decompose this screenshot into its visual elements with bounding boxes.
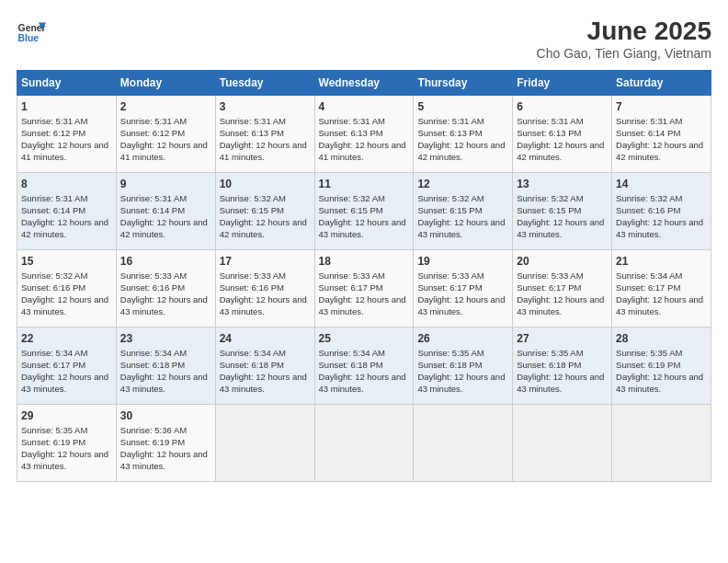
- daylight-label: Daylight: 12 hours and 43 minutes.: [21, 449, 108, 471]
- sunrise-label: Sunrise: 5:31 AM: [120, 116, 187, 126]
- day-number: 8: [21, 177, 112, 191]
- title-block: June 2025 Cho Gao, Tien Giang, Vietnam: [537, 17, 711, 61]
- sunset-label: Sunset: 6:13 PM: [220, 128, 284, 138]
- sunrise-label: Sunrise: 5:35 AM: [21, 425, 87, 435]
- daylight-label: Daylight: 12 hours and 43 minutes.: [616, 217, 703, 239]
- table-row: 17Sunrise: 5:33 AMSunset: 6:16 PMDayligh…: [215, 250, 314, 327]
- sunset-label: Sunset: 6:16 PM: [21, 282, 85, 293]
- table-row: 26Sunrise: 5:35 AMSunset: 6:18 PMDayligh…: [414, 327, 513, 405]
- sunset-label: Sunset: 6:16 PM: [120, 282, 185, 293]
- table-row: 12Sunrise: 5:32 AMSunset: 6:15 PMDayligh…: [414, 173, 513, 250]
- sunset-label: Sunset: 6:17 PM: [517, 282, 581, 293]
- table-row: [612, 405, 711, 482]
- col-tuesday: Tuesday: [215, 71, 314, 96]
- table-row: 21Sunrise: 5:34 AMSunset: 6:17 PMDayligh…: [612, 250, 711, 327]
- svg-text:Blue: Blue: [18, 33, 40, 43]
- day-number: 11: [319, 177, 410, 191]
- sunset-label: Sunset: 6:18 PM: [517, 360, 581, 370]
- calendar-row: 15Sunrise: 5:32 AMSunset: 6:16 PMDayligh…: [17, 250, 711, 327]
- sunrise-label: Sunrise: 5:33 AM: [319, 270, 385, 281]
- day-number: 30: [120, 408, 211, 423]
- sunset-label: Sunset: 6:17 PM: [417, 282, 482, 293]
- daylight-label: Daylight: 12 hours and 43 minutes.: [517, 372, 604, 394]
- table-row: 16Sunrise: 5:33 AMSunset: 6:16 PMDayligh…: [116, 250, 215, 327]
- calendar-row: 8Sunrise: 5:31 AMSunset: 6:14 PMDaylight…: [17, 173, 711, 250]
- sunset-label: Sunset: 6:17 PM: [21, 360, 85, 370]
- daylight-label: Daylight: 12 hours and 42 minutes.: [220, 217, 307, 239]
- sunrise-label: Sunrise: 5:31 AM: [21, 116, 87, 126]
- sunset-label: Sunset: 6:12 PM: [120, 128, 185, 138]
- day-number: 18: [319, 254, 410, 269]
- calendar-row: 22Sunrise: 5:34 AMSunset: 6:17 PMDayligh…: [17, 327, 711, 405]
- logo-icon: General Blue: [17, 17, 46, 46]
- sunrise-label: Sunrise: 5:32 AM: [319, 193, 385, 203]
- table-row: 24Sunrise: 5:34 AMSunset: 6:18 PMDayligh…: [215, 327, 314, 405]
- table-row: 28Sunrise: 5:35 AMSunset: 6:19 PMDayligh…: [612, 327, 711, 405]
- sunset-label: Sunset: 6:19 PM: [21, 437, 85, 447]
- sunrise-label: Sunrise: 5:32 AM: [517, 193, 583, 203]
- sunset-label: Sunset: 6:18 PM: [120, 360, 185, 370]
- day-number: 19: [417, 254, 508, 269]
- table-row: 27Sunrise: 5:35 AMSunset: 6:18 PMDayligh…: [513, 327, 612, 405]
- day-number: 26: [417, 331, 508, 346]
- sunrise-label: Sunrise: 5:32 AM: [616, 193, 682, 203]
- daylight-label: Daylight: 12 hours and 42 minutes.: [120, 217, 208, 239]
- sunrise-label: Sunrise: 5:34 AM: [21, 348, 87, 358]
- day-number: 21: [616, 254, 707, 269]
- page-header: General Blue June 2025 Cho Gao, Tien Gia…: [17, 17, 711, 61]
- daylight-label: Daylight: 12 hours and 42 minutes.: [517, 140, 604, 162]
- day-number: 22: [21, 331, 112, 346]
- sunset-label: Sunset: 6:14 PM: [21, 205, 85, 215]
- sunrise-label: Sunrise: 5:34 AM: [319, 348, 385, 358]
- day-number: 28: [616, 331, 707, 346]
- table-row: 20Sunrise: 5:33 AMSunset: 6:17 PMDayligh…: [513, 250, 612, 327]
- sunrise-label: Sunrise: 5:31 AM: [220, 116, 286, 126]
- daylight-label: Daylight: 12 hours and 43 minutes.: [417, 294, 505, 316]
- day-number: 9: [120, 177, 211, 191]
- calendar-table: Sunday Monday Tuesday Wednesday Thursday…: [17, 70, 711, 482]
- day-number: 24: [220, 331, 311, 346]
- table-row: 23Sunrise: 5:34 AMSunset: 6:18 PMDayligh…: [116, 327, 215, 405]
- daylight-label: Daylight: 12 hours and 43 minutes.: [417, 372, 505, 394]
- sunrise-label: Sunrise: 5:31 AM: [21, 193, 87, 203]
- sunset-label: Sunset: 6:17 PM: [616, 282, 680, 293]
- daylight-label: Daylight: 12 hours and 41 minutes.: [21, 140, 108, 162]
- day-number: 7: [616, 99, 707, 114]
- sunset-label: Sunset: 6:18 PM: [220, 360, 284, 370]
- sunrise-label: Sunrise: 5:32 AM: [417, 193, 483, 203]
- day-number: 15: [21, 254, 112, 269]
- day-number: 12: [417, 177, 508, 191]
- day-number: 23: [120, 331, 211, 346]
- table-row: 14Sunrise: 5:32 AMSunset: 6:16 PMDayligh…: [612, 173, 711, 250]
- calendar-row: 1Sunrise: 5:31 AMSunset: 6:12 PMDaylight…: [17, 96, 711, 173]
- sunrise-label: Sunrise: 5:35 AM: [417, 348, 483, 358]
- sunrise-label: Sunrise: 5:33 AM: [220, 270, 286, 281]
- sunrise-label: Sunrise: 5:31 AM: [319, 116, 385, 126]
- table-row: 13Sunrise: 5:32 AMSunset: 6:15 PMDayligh…: [513, 173, 612, 250]
- sunset-label: Sunset: 6:18 PM: [417, 360, 482, 370]
- table-row: 3Sunrise: 5:31 AMSunset: 6:13 PMDaylight…: [215, 96, 314, 173]
- day-number: 17: [220, 254, 311, 269]
- sunrise-label: Sunrise: 5:31 AM: [417, 116, 483, 126]
- sunset-label: Sunset: 6:16 PM: [616, 205, 680, 215]
- daylight-label: Daylight: 12 hours and 43 minutes.: [517, 217, 604, 239]
- calendar-row: 29Sunrise: 5:35 AMSunset: 6:19 PMDayligh…: [17, 405, 711, 482]
- logo: General Blue: [17, 17, 46, 46]
- col-thursday: Thursday: [414, 71, 513, 96]
- day-number: 20: [517, 254, 608, 269]
- sunset-label: Sunset: 6:15 PM: [319, 205, 383, 215]
- table-row: [215, 405, 314, 482]
- daylight-label: Daylight: 12 hours and 43 minutes.: [220, 294, 307, 316]
- sunrise-label: Sunrise: 5:33 AM: [517, 270, 583, 281]
- day-number: 6: [517, 99, 608, 114]
- day-number: 25: [319, 331, 410, 346]
- table-row: 22Sunrise: 5:34 AMSunset: 6:17 PMDayligh…: [17, 327, 117, 405]
- sunset-label: Sunset: 6:14 PM: [616, 128, 680, 138]
- day-number: 27: [517, 331, 608, 346]
- sunrise-label: Sunrise: 5:34 AM: [616, 270, 682, 281]
- col-sunday: Sunday: [17, 71, 117, 96]
- location: Cho Gao, Tien Giang, Vietnam: [537, 46, 711, 61]
- sunrise-label: Sunrise: 5:36 AM: [120, 425, 187, 435]
- daylight-label: Daylight: 12 hours and 43 minutes.: [120, 294, 208, 316]
- daylight-label: Daylight: 12 hours and 43 minutes.: [417, 217, 505, 239]
